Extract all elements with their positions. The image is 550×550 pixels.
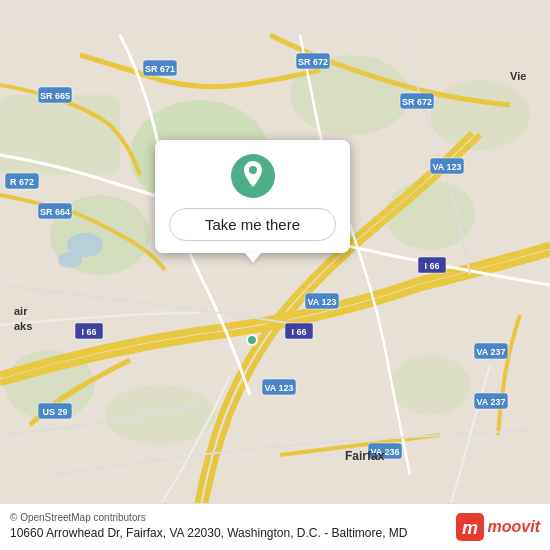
svg-text:US 29: US 29 bbox=[42, 407, 67, 417]
svg-text:aks: aks bbox=[14, 320, 32, 332]
svg-text:SR 672: SR 672 bbox=[402, 97, 432, 107]
svg-text:I 66: I 66 bbox=[81, 327, 96, 337]
svg-text:SR 665: SR 665 bbox=[40, 91, 70, 101]
svg-point-9 bbox=[390, 355, 470, 415]
location-popup: Take me there bbox=[155, 140, 350, 253]
address-text: 10660 Arrowhead Dr, Fairfax, VA 22030, W… bbox=[10, 525, 408, 542]
bottom-bar: © OpenStreetMap contributors 10660 Arrow… bbox=[0, 503, 550, 550]
svg-text:SR 672: SR 672 bbox=[298, 57, 328, 67]
svg-point-11 bbox=[58, 252, 82, 268]
map-container: SR 671 SR 672 SR 672 SR 665 SR 664 R 672… bbox=[0, 0, 550, 550]
svg-text:I 66: I 66 bbox=[424, 261, 439, 271]
svg-text:air: air bbox=[14, 305, 28, 317]
moovit-text: moovit bbox=[488, 518, 540, 536]
svg-text:SR 664: SR 664 bbox=[40, 207, 70, 217]
svg-point-6 bbox=[430, 80, 530, 150]
openstreetmap-credit: © OpenStreetMap contributors bbox=[10, 512, 408, 523]
svg-text:VA 237: VA 237 bbox=[476, 397, 505, 407]
moovit-logo: m moovit bbox=[456, 513, 540, 541]
svg-text:VA 123: VA 123 bbox=[307, 297, 336, 307]
svg-text:SR 671: SR 671 bbox=[145, 64, 175, 74]
svg-rect-5 bbox=[0, 95, 120, 175]
svg-text:Vie: Vie bbox=[510, 70, 526, 82]
bottom-left: © OpenStreetMap contributors 10660 Arrow… bbox=[10, 512, 408, 542]
map-svg: SR 671 SR 672 SR 672 SR 665 SR 664 R 672… bbox=[0, 0, 550, 550]
svg-text:I 66: I 66 bbox=[291, 327, 306, 337]
svg-point-3 bbox=[385, 180, 475, 250]
svg-text:Fairfax: Fairfax bbox=[345, 449, 385, 463]
svg-text:VA 123: VA 123 bbox=[432, 162, 461, 172]
svg-text:VA 237: VA 237 bbox=[476, 347, 505, 357]
location-pin-icon bbox=[231, 154, 275, 198]
svg-point-8 bbox=[105, 385, 215, 445]
take-me-there-button[interactable]: Take me there bbox=[169, 208, 336, 241]
svg-point-48 bbox=[247, 335, 257, 345]
svg-point-49 bbox=[249, 166, 257, 174]
svg-text:R 672: R 672 bbox=[10, 177, 34, 187]
svg-text:VA 123: VA 123 bbox=[264, 383, 293, 393]
moovit-icon-svg: m bbox=[456, 513, 484, 541]
svg-text:m: m bbox=[462, 518, 478, 538]
